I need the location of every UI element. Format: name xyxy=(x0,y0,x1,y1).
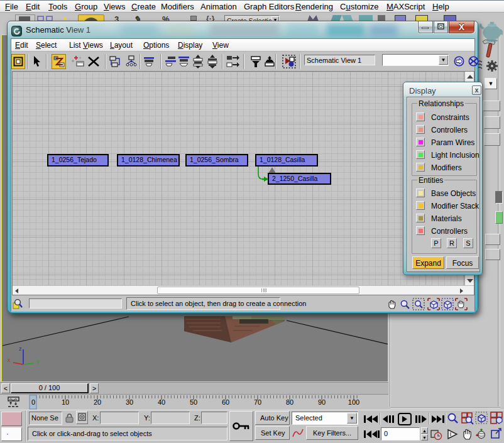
svg-text:70: 70 xyxy=(254,398,261,406)
svg-text:z: z xyxy=(19,346,22,352)
svg-text:y: y xyxy=(36,358,40,364)
svg-text:x: x xyxy=(8,357,11,363)
svg-text:40: 40 xyxy=(158,398,165,406)
svg-text:100: 100 xyxy=(348,398,359,406)
svg-text:60: 60 xyxy=(222,398,229,406)
svg-text:30: 30 xyxy=(126,398,133,406)
svg-text:90: 90 xyxy=(318,398,326,406)
svg-text:10: 10 xyxy=(62,398,69,406)
svg-text:0: 0 xyxy=(31,398,35,406)
svg-text:80: 80 xyxy=(286,398,293,406)
svg-text:50: 50 xyxy=(190,398,197,406)
svg-text:20: 20 xyxy=(94,398,101,406)
